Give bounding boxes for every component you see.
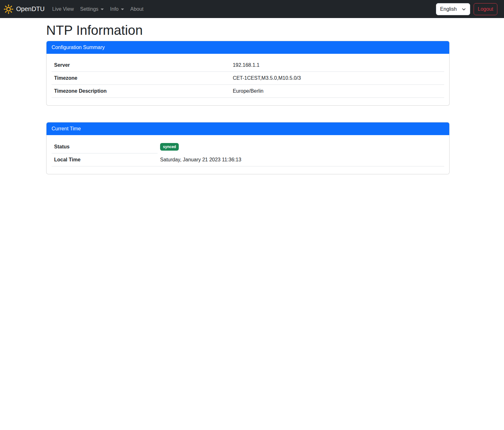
language-selected-value: English	[440, 6, 457, 12]
nav-item-info[interactable]: Info	[108, 4, 127, 15]
configuration-summary-table: Server 192.168.1.1 Timezone CET-1CEST,M3…	[52, 59, 444, 98]
row-label-local-time: Local Time	[52, 153, 158, 166]
current-time-header: Current Time	[47, 122, 449, 135]
row-value-timezone-description: Europe/Berlin	[230, 85, 444, 98]
nav-item-live-view[interactable]: Live View	[50, 4, 76, 15]
nav-item-label: Info	[110, 6, 119, 12]
logout-button[interactable]: Logout	[474, 3, 497, 15]
table-row: Local Time Saturday, January 21 2023 11:…	[52, 153, 444, 166]
row-value-local-time: Saturday, January 21 2023 11:36:13	[158, 153, 444, 166]
status-badge: synced	[160, 143, 179, 151]
navbar: OpenDTU Live View Settings Info About En…	[0, 0, 504, 18]
caret-down-icon	[121, 9, 124, 10]
row-value-timezone: CET-1CEST,M3.5.0,M10.5.0/3	[230, 72, 444, 85]
configuration-summary-header: Configuration Summary	[47, 41, 449, 54]
nav-menu: Live View Settings Info About	[50, 4, 146, 15]
sun-icon	[4, 4, 13, 14]
configuration-summary-card: Configuration Summary Server 192.168.1.1…	[46, 41, 450, 106]
table-row: Timezone CET-1CEST,M3.5.0,M10.5.0/3	[52, 72, 444, 85]
row-label-server: Server	[52, 59, 230, 72]
current-time-card: Current Time Status synced Local Time Sa…	[46, 122, 450, 174]
nav-item-label: Live View	[52, 6, 74, 12]
current-time-table: Status synced Local Time Saturday, Janua…	[52, 140, 444, 166]
table-row: Server 192.168.1.1	[52, 59, 444, 72]
nav-item-settings[interactable]: Settings	[78, 4, 106, 15]
language-select[interactable]: English	[436, 3, 470, 15]
nav-item-label: About	[130, 6, 144, 12]
current-time-body: Status synced Local Time Saturday, Janua…	[47, 135, 449, 174]
configuration-summary-body: Server 192.168.1.1 Timezone CET-1CEST,M3…	[47, 54, 449, 105]
row-label-timezone-description: Timezone Description	[52, 85, 230, 98]
brand-link[interactable]: OpenDTU	[4, 4, 45, 14]
chevron-down-icon	[462, 7, 466, 11]
row-value-status: synced	[158, 140, 444, 153]
row-value-server: 192.168.1.1	[230, 59, 444, 72]
page-title: NTP Information	[46, 22, 450, 38]
row-label-timezone: Timezone	[52, 72, 230, 85]
row-label-status: Status	[52, 140, 158, 153]
nav-item-label: Settings	[80, 6, 98, 12]
nav-item-about[interactable]: About	[128, 4, 146, 15]
table-row: Status synced	[52, 140, 444, 153]
table-row: Timezone Description Europe/Berlin	[52, 85, 444, 98]
brand-label: OpenDTU	[16, 5, 45, 13]
main-content: NTP Information Configuration Summary Se…	[46, 22, 450, 174]
navbar-right: English Logout	[436, 3, 497, 15]
caret-down-icon	[101, 9, 104, 10]
